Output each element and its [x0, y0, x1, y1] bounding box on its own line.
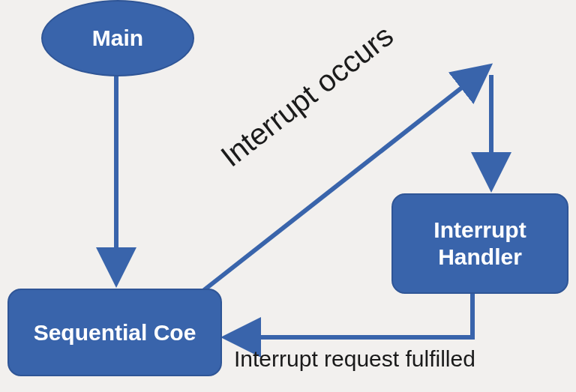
diagram-canvas: Main Sequential Coe Interrupt Handler In…	[0, 0, 576, 392]
node-sequential: Sequential Coe	[8, 289, 222, 376]
node-handler: Interrupt Handler	[392, 193, 568, 294]
arrow-handler-to-sequential	[227, 294, 472, 337]
node-handler-line1: Interrupt	[434, 217, 526, 242]
node-main: Main	[41, 0, 194, 76]
node-sequential-label: Sequential Coe	[34, 319, 196, 346]
edge-label-request-fulfilled: Interrupt request fulfilled	[234, 346, 476, 372]
edge-label-interrupt-occurs: Interrupt occurs	[214, 19, 400, 174]
node-handler-label: Interrupt Handler	[434, 217, 526, 271]
node-handler-line2: Handler	[438, 244, 522, 269]
node-main-label: Main	[92, 25, 143, 52]
